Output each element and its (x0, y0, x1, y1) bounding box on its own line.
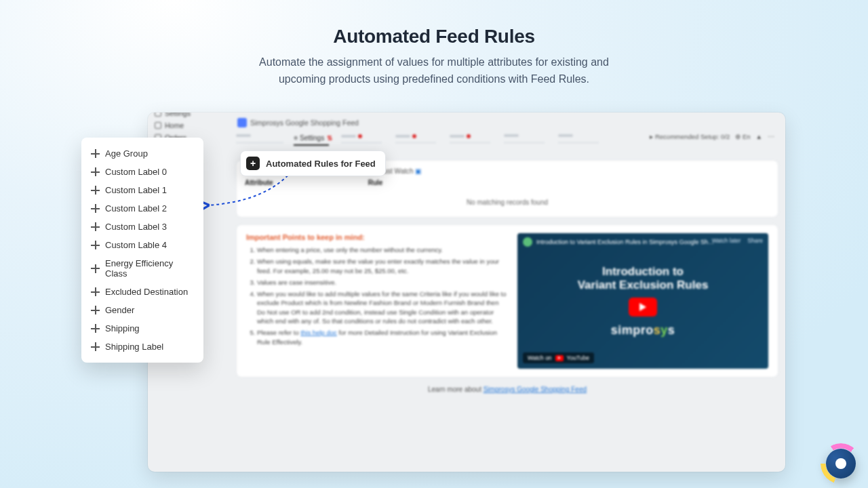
page-title: Automated Feed Rules (0, 26, 868, 47)
note-item: Please refer to this help doc for more D… (257, 328, 507, 346)
plus-icon (91, 324, 100, 333)
attribute-item[interactable]: Excluded Destination (81, 283, 203, 301)
lang-selector[interactable]: ⊕ En (735, 133, 750, 140)
app-title: Simprosys Google Shopping Feed (250, 119, 359, 127)
app-header: Simprosys Google Shopping Feed (236, 117, 778, 131)
button-label: Automated Rules for Feed (266, 159, 376, 169)
page-subtitle: Automate the assignment of values for mu… (0, 54, 868, 88)
attribute-label: Shipping Label (105, 342, 163, 352)
gear-icon (155, 113, 161, 117)
attribute-item[interactable]: Shipping (81, 319, 203, 338)
attribute-item[interactable]: Gender (81, 301, 203, 319)
important-notes: Important Points to keep in mind: When e… (246, 233, 507, 369)
attribute-item[interactable]: Custom Lable 4 (81, 236, 203, 254)
more-icon[interactable]: ⋯ (768, 133, 774, 140)
plus-icon (91, 222, 100, 231)
panel-subhead: iles – Must Watch ▣ (360, 167, 770, 175)
video-heading-1: Introduction to (602, 265, 684, 279)
col-attribute: Attribute (245, 179, 273, 186)
attribute-label: Energy Efficiency Class (105, 258, 194, 279)
tab-row: ⚙Settings⇅ ▸ Recommended Setup: 0/2 ⊕ En… (236, 133, 778, 148)
plus-icon (91, 342, 100, 351)
tab-settings[interactable]: ⚙Settings⇅ (294, 134, 332, 142)
plus-icon: + (246, 157, 260, 170)
plus-icon (91, 204, 100, 213)
sidebar-item-settings[interactable]: Settings (153, 113, 192, 119)
sidebar-label: Home (165, 121, 184, 129)
attribute-item[interactable]: Custom Label 1 (81, 181, 203, 199)
learn-more-link[interactable]: Simprosys Google Shopping Feed (484, 386, 587, 393)
attribute-label: Shipping (105, 323, 140, 333)
attribute-label: Custom Label 3 (105, 222, 167, 232)
attribute-label: Gender (105, 305, 134, 315)
user-icon[interactable]: ▲ (756, 133, 762, 140)
attribute-item[interactable]: Custom Label 2 (81, 199, 203, 218)
note-item: Values are case insensitive. (257, 278, 507, 287)
note-item: When you would like to add multiple valu… (257, 289, 507, 325)
home-icon (155, 122, 161, 129)
attribute-list-popup: Age GroupCustom Label 0Custom Label 1Cus… (81, 138, 203, 363)
subtitle-line-2: upcoming products using predefined condi… (279, 73, 589, 85)
info-panel: Important Points to keep in mind: When e… (236, 224, 778, 378)
plus-icon (91, 186, 100, 195)
plus-icon (91, 306, 100, 314)
attribute-label: Custom Label 0 (105, 167, 167, 177)
plus-icon (91, 264, 100, 273)
attribute-label: Custom Label 1 (105, 185, 167, 195)
app-main: Simprosys Google Shopping Feed ⚙Settings… (229, 113, 785, 123)
intro-video[interactable]: Introduction to Variant Exclusion Rules … (517, 233, 768, 369)
automated-rules-button[interactable]: + Automated Rules for Feed (240, 150, 386, 176)
help-doc-link[interactable]: this help doc (300, 329, 336, 336)
video-brand: simprosys (611, 323, 675, 338)
youtube-icon (555, 355, 564, 361)
sidebar-label: Settings (165, 113, 191, 117)
attribute-label: Excluded Destination (105, 287, 188, 297)
attribute-item[interactable]: Energy Efficiency Class (81, 254, 203, 283)
attribute-item[interactable]: Shipping Label (81, 338, 203, 356)
col-rule: Rule (368, 179, 383, 186)
plus-icon (91, 287, 100, 296)
learn-more: Learn more about Simprosys Google Shoppi… (236, 386, 778, 393)
attribute-label: Age Group (105, 148, 148, 159)
note-item: When entering a price, use only the numb… (257, 245, 507, 254)
video-heading-2: Variant Exclusion Rules (578, 279, 709, 292)
watch-on-youtube[interactable]: Watch onYouTube (523, 352, 594, 363)
chat-widget[interactable] (826, 449, 856, 479)
attribute-label: Custom Lable 4 (105, 240, 167, 250)
attribute-item[interactable]: Custom Label 0 (81, 163, 203, 181)
notes-title: Important Points to keep in mind: (246, 233, 507, 241)
admin-sidebar: Home Orders Settings (148, 113, 229, 126)
recommended-setup[interactable]: Recommended Setup: 0/2 (655, 133, 730, 140)
header-right: ▸ Recommended Setup: 0/2 ⊕ En ▲ ⋯ (650, 133, 774, 140)
plus-icon (91, 149, 100, 158)
tab-label: Settings (300, 134, 324, 142)
attribute-label: Custom Label 2 (105, 203, 167, 214)
sidebar-item-home[interactable]: Home (153, 119, 224, 131)
attribute-item[interactable]: Age Group (81, 144, 203, 163)
subtitle-line-1: Automate the assignment of values for mu… (259, 56, 609, 68)
play-icon[interactable] (629, 298, 657, 317)
attribute-item[interactable]: Custom Label 3 (81, 218, 203, 236)
note-item: When using equals, make sure the value y… (257, 257, 507, 275)
app-logo-icon (237, 118, 247, 127)
chat-halo (821, 443, 861, 484)
plus-icon (91, 241, 100, 249)
empty-state: No matching records found (245, 199, 770, 206)
plus-icon (91, 167, 100, 176)
